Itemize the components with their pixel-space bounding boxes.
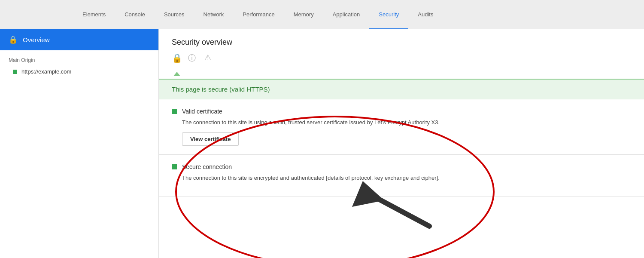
connection-status-icon	[172, 164, 177, 169]
tab-bar: Elements Console Sources Network Perform…	[0, 0, 644, 29]
origin-status-icon	[13, 70, 17, 74]
certificate-section: Valid certificate The connection to this…	[159, 99, 644, 155]
lock-green-icon: 🔒	[172, 53, 182, 63]
info-icon: ⓘ	[188, 53, 198, 63]
banner-text: This page is secure (valid HTTPS)	[172, 86, 270, 93]
certificate-section-header: Valid certificate	[172, 108, 631, 115]
sidebar-section-label: Main Origin	[0, 50, 158, 66]
connection-description: The connection to this site is encrypted…	[182, 174, 631, 183]
connection-section-title: Secure connection	[182, 163, 232, 170]
certificate-description: The connection to this site is using a v…	[182, 118, 631, 127]
tab-memory[interactable]: Memory	[284, 0, 323, 29]
connection-section-header: Secure connection	[172, 163, 631, 170]
sidebar-item-overview[interactable]: 🔒 Overview	[0, 29, 158, 50]
connection-section: Secure connection The connection to this…	[159, 155, 644, 197]
tab-network[interactable]: Network	[194, 0, 234, 29]
tab-security[interactable]: Security	[369, 0, 408, 29]
page-title: Security overview	[172, 38, 631, 47]
tab-performance[interactable]: Performance	[233, 0, 284, 29]
tab-console[interactable]: Console	[115, 0, 155, 29]
content-panel: Security overview 🔒 ⓘ ⚠ This page is sec…	[159, 29, 644, 258]
warning-icon: ⚠	[204, 53, 215, 63]
sidebar: 🔒 Overview Main Origin https://example.c…	[0, 29, 159, 258]
certificate-section-title: Valid certificate	[182, 108, 222, 115]
view-certificate-button[interactable]: View certificate	[182, 132, 239, 146]
tab-elements[interactable]: Elements	[73, 0, 115, 29]
origin-url: https://example.com	[21, 68, 71, 75]
tab-audits[interactable]: Audits	[408, 0, 443, 29]
secure-banner: This page is secure (valid HTTPS)	[159, 79, 644, 99]
lock-icon: 🔒	[9, 35, 18, 44]
tab-application[interactable]: Application	[323, 0, 370, 29]
content-header: Security overview 🔒 ⓘ ⚠	[159, 29, 644, 72]
sidebar-origin-item[interactable]: https://example.com	[0, 66, 158, 77]
tab-sources[interactable]: Sources	[155, 0, 194, 29]
main-layout: 🔒 Overview Main Origin https://example.c…	[0, 29, 644, 258]
certificate-status-icon	[172, 109, 177, 114]
sidebar-overview-label: Overview	[23, 36, 50, 43]
security-icons-row: 🔒 ⓘ ⚠	[172, 53, 631, 63]
